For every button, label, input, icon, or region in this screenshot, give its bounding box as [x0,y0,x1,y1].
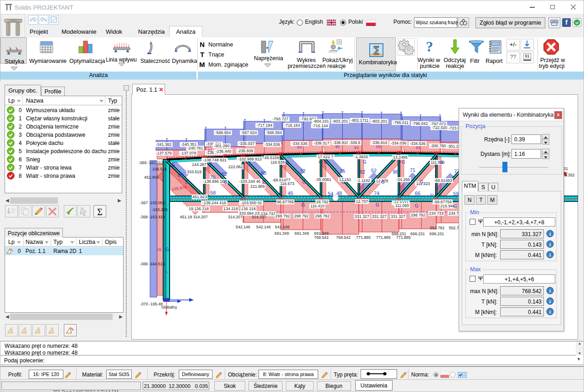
svg-text:234 733: 234 733 [429,211,444,216]
svg-text:-366 -162.112: -366 -162.112 [139,160,163,165]
svg-text:48: 48 [336,191,342,196]
svg-text:54: 54 [328,191,333,196]
svg-text:-137.078: -137.078 [181,151,196,155]
svg-text:314.207: 314.207 [252,215,266,219]
svg-text:768.542: 768.542 [336,235,351,240]
svg-text:50: 50 [397,193,401,197]
svg-text:w: w [575,21,579,25]
svg-text:82: 82 [360,169,365,175]
svg-text:93: 93 [354,145,359,150]
svg-text:G: G [402,160,405,165]
svg-text:-803.201: -803.201 [332,119,348,124]
svg-text:G: G [453,204,457,209]
svg-text:i: i [549,299,551,304]
svg-text:G: G [285,160,289,165]
svg-text:-163.298: -163.298 [152,207,168,212]
svg-text:331 327: 331 327 [372,214,387,219]
svg-text:542.146: 542.146 [256,225,271,229]
svg-text:-338.8: -338.8 [349,140,361,145]
svg-text:134 218: 134 218 [223,206,238,211]
svg-text:-802.1711: -802.1711 [351,118,369,123]
svg-text:-103.244 46: -103.244 46 [239,179,261,184]
svg-text:68: 68 [178,172,183,178]
svg-text:333.519: 333.519 [187,170,202,174]
svg-text:12.707: 12.707 [356,199,368,204]
svg-text:G: G [263,180,266,185]
svg-text:-34.256: -34.256 [396,177,410,182]
svg-text:136 218: 136 218 [241,206,256,211]
svg-text:-1.1142: -1.1142 [357,178,370,183]
svg-text:?: ? [426,39,433,55]
svg-text:G: G [185,180,189,185]
svg-text:52: 52 [371,168,377,173]
svg-text:96.87785: 96.87785 [277,200,294,204]
svg-text:G: G [439,160,443,165]
svg-text:-723.0: -723.0 [449,126,460,130]
svg-text:G: G [224,180,227,185]
svg-text:-722.020: -722.020 [432,125,448,130]
svg-text:A: A [165,270,168,274]
svg-text:452.465: 452.465 [144,175,159,180]
svg-text:84: 84 [297,145,302,150]
svg-text:-335.037: -335.037 [239,141,255,146]
svg-text:-240.781: -240.781 [187,146,203,150]
svg-text:74: 74 [374,191,379,196]
svg-text:i: i [549,309,551,315]
svg-text:G: G [301,202,305,207]
svg-text:698.231: 698.231 [410,232,425,236]
svg-text:G: G [171,163,175,168]
svg-text:-715.134: -715.134 [312,124,328,128]
svg-text:G: G [415,203,419,208]
svg-text:-137.579: -137.579 [156,151,172,155]
svg-text:768.542: 768.542 [314,235,329,240]
svg-text:234.7: 234.7 [449,211,459,216]
svg-text:331 327: 331 327 [391,214,405,219]
svg-text:-803.201: -803.201 [372,119,388,124]
svg-text:691.349: 691.349 [274,231,289,236]
svg-text:-566.594: -566.594 [266,130,282,135]
svg-text:144.287: 144.287 [192,162,207,167]
svg-text:Σ: Σ [97,207,103,217]
svg-text:-368 -163.420: -368 -163.420 [140,215,165,219]
svg-text:75: 75 [340,168,345,174]
svg-text:111.060: 111.060 [395,203,409,208]
svg-text:61: 61 [208,148,212,153]
svg-text:59: 59 [453,191,459,196]
svg-text:-341.382: -341.382 [156,142,172,147]
svg-text:G: G [420,180,424,185]
svg-text:-334.036: -334.036 [391,141,407,145]
svg-text:-716.164: -716.164 [284,123,300,128]
svg-text:G: G [165,247,169,252]
svg-text:542.146: 542.146 [275,225,289,229]
svg-text:32: 32 [430,193,434,197]
svg-text:?: ? [338,40,341,44]
svg-text:i: i [549,231,551,237]
svg-text:-339.317: -339.317 [314,141,330,145]
svg-text:G: G [376,202,379,207]
svg-text:72: 72 [300,168,305,174]
svg-text:-369 -164.515: -369 -164.515 [140,262,165,266]
svg-text:G: G [381,180,385,185]
svg-text:Globalny: Globalny [161,305,177,309]
svg-text:G: G [302,180,306,185]
svg-text:698.231: 698.231 [392,232,406,236]
svg-text:40: 40 [335,144,340,149]
svg-text:i: i [549,252,551,258]
svg-text:116.410: 116.410 [310,204,324,208]
svg-text:-568.654: -568.654 [215,130,231,135]
svg-text:66: 66 [415,191,420,196]
svg-text:45.5159: 45.5159 [264,155,279,160]
svg-text:-370 -165.48: -370 -165.48 [140,302,163,306]
svg-text:-138.748 921: -138.748 921 [203,158,227,162]
svg-text:116.673: 116.673 [280,181,294,186]
svg-text:76: 76 [157,248,161,252]
svg-text:i: i [549,242,551,247]
svg-text:-301.2: -301.2 [447,144,459,149]
svg-text:771.885: 771.885 [376,235,391,240]
svg-text:-795.011: -795.011 [393,120,408,125]
svg-text:-793.727: -793.727 [273,117,289,121]
svg-text:71: 71 [410,167,415,173]
svg-text:451.18 314.207: 451.18 314.207 [180,215,207,219]
svg-text:-301.280: -301.280 [214,144,230,148]
svg-text:-235.939: -235.939 [238,149,253,153]
